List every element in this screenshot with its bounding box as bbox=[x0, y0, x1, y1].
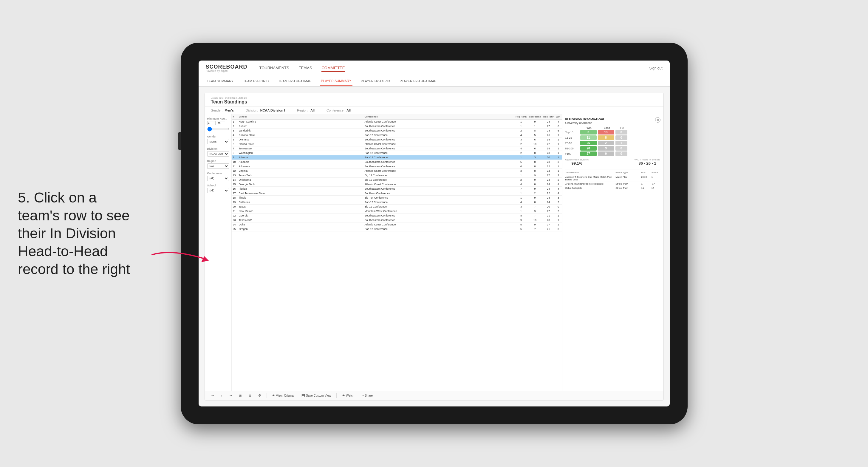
table-row[interactable]: 15 Georgia Tech Atlantic Coast Conferenc… bbox=[232, 182, 562, 187]
rank-cell: 21 bbox=[232, 209, 238, 214]
table-row[interactable]: 20 Texas Big 12 Conference 3 7 20 0 bbox=[232, 205, 562, 209]
col-rank: # bbox=[232, 114, 238, 120]
subnav-player-summary[interactable]: PLAYER SUMMARY bbox=[320, 76, 352, 86]
school-cell: Arizona bbox=[238, 155, 364, 160]
conf-cell: Big 12 Conference bbox=[364, 173, 515, 178]
table-row[interactable]: 10 Alabama Southeastern Conference 5 8 2… bbox=[232, 160, 562, 164]
conf-rank-cell: 3 bbox=[528, 155, 542, 160]
table-row[interactable]: 11 Arkansas Southeastern Conference 6 8 … bbox=[232, 164, 562, 169]
reg-rank-cell: 4 bbox=[514, 182, 528, 187]
rank-cell: 9 bbox=[232, 155, 238, 160]
min-rounds-input2[interactable] bbox=[217, 121, 225, 125]
table-row[interactable]: 23 Texas A&M Southeastern Conference 9 1… bbox=[232, 218, 562, 222]
table-row[interactable]: 13 Texas Tech Big 12 Conference 1 9 27 2 bbox=[232, 173, 562, 178]
subnav-team-summary[interactable]: TEAM SUMMARY bbox=[206, 77, 235, 85]
reg-rank-cell: 1 bbox=[514, 124, 528, 128]
school-cell: Florida bbox=[238, 187, 364, 191]
school-cell: Oklahoma bbox=[238, 178, 364, 182]
conf-rank-cell: 10 bbox=[528, 142, 542, 147]
table-row[interactable]: 4 Arizona State Pac-12 Conference 4 5 26… bbox=[232, 133, 562, 137]
table-row[interactable]: 12 Virginia Atlantic Coast Conference 3 … bbox=[232, 169, 562, 173]
school-select[interactable]: (All) bbox=[207, 188, 229, 193]
school-cell: Virginia bbox=[238, 169, 364, 173]
rds-cell: 24 bbox=[542, 187, 555, 191]
school-cell: Duke bbox=[238, 222, 364, 227]
col-conference: Conference bbox=[364, 114, 515, 120]
rds-cell: 30 bbox=[542, 155, 555, 160]
close-button[interactable]: ✕ bbox=[655, 117, 660, 123]
table-row[interactable]: 14 Oklahoma Big 12 Conference 2 9 24 2 bbox=[232, 178, 562, 182]
nav-committee[interactable]: COMMITTEE bbox=[321, 64, 345, 72]
region-select[interactable]: N/A bbox=[207, 163, 229, 169]
min-rounds-slider[interactable] bbox=[207, 127, 229, 131]
time-button[interactable]: ⏱ bbox=[256, 393, 263, 398]
share-button[interactable]: ↗ Share bbox=[360, 393, 374, 398]
table-row[interactable]: 18 Illinois Big Ten Conference 1 9 23 3 bbox=[232, 196, 562, 200]
nav-tournaments[interactable]: TOURNAMENTS bbox=[259, 64, 289, 72]
h2h-wl-header: Win Loss Tie bbox=[580, 126, 660, 129]
copy-button[interactable]: ⊞ bbox=[237, 393, 243, 398]
school-cell: Arkansas bbox=[238, 164, 364, 169]
right-panel: In Division Head-to-Head University of A… bbox=[562, 114, 663, 391]
subnav-player-h2h-heatmap[interactable]: PLAYER H2H HEATMAP bbox=[398, 77, 437, 85]
nav-teams[interactable]: TEAMS bbox=[299, 64, 312, 72]
win-cell: 3 bbox=[555, 196, 562, 200]
reg-rank-cell: 4 bbox=[514, 147, 528, 151]
redo-button[interactable]: ↪ bbox=[228, 393, 234, 398]
rds-cell: 22 bbox=[542, 164, 555, 169]
paste-button[interactable]: ⊟ bbox=[247, 393, 253, 398]
tournament-row: Jackson T. Stephens Cup Men's Match-Play… bbox=[565, 175, 660, 182]
save-custom-button[interactable]: 💾 Save Custom View bbox=[300, 393, 333, 398]
table-row[interactable]: 24 Duke Atlantic Coast Conference 5 9 27… bbox=[232, 222, 562, 227]
conf-cell: Southeastern Conference bbox=[364, 128, 515, 133]
table-row[interactable]: 5 Ole Miss Southeastern Conference 3 6 1… bbox=[232, 137, 562, 142]
h2h-tie-cell: 0 bbox=[615, 152, 627, 156]
conf-rank-cell: 7 bbox=[528, 227, 542, 231]
subnav-team-h2h-grid[interactable]: TEAM H2H GRID bbox=[242, 77, 270, 85]
subnav-team-h2h-heatmap[interactable]: TEAM H2H HEATMAP bbox=[277, 77, 312, 85]
table-row[interactable]: 9 Arizona Pac-12 Conference 1 3 30 1 bbox=[232, 155, 562, 160]
rank-cell: 5 bbox=[232, 137, 238, 142]
h2h-win-cell: 3 bbox=[580, 130, 597, 134]
undo-button[interactable]: ↩ bbox=[210, 393, 216, 398]
view-original-button[interactable]: 👁 View: Original bbox=[271, 393, 297, 398]
table-row[interactable]: 25 Oregon Pac-12 Conference 5 7 21 0 bbox=[232, 227, 562, 231]
sign-out[interactable]: Sign out bbox=[649, 66, 662, 70]
win-cell: 2 bbox=[555, 173, 562, 178]
gender-select[interactable]: Men's bbox=[207, 139, 229, 144]
table-row[interactable]: 1 North Carolina Atlantic Coast Conferen… bbox=[232, 120, 562, 124]
conf-cell: Pac-12 Conference bbox=[364, 133, 515, 137]
table-row[interactable]: 21 New Mexico Mountain West Conference 1… bbox=[232, 209, 562, 214]
table-row[interactable]: 7 Tennessee Southeastern Conference 4 6 … bbox=[232, 147, 562, 151]
school-cell: Florida State bbox=[238, 142, 364, 147]
opponents-value: 99.1% bbox=[565, 161, 589, 165]
table-row[interactable]: 8 Washington Pac-12 Conference 2 8 23 1 bbox=[232, 151, 562, 155]
division-sidebar-label: Division bbox=[207, 147, 229, 150]
loss-col-header: Loss bbox=[598, 126, 616, 129]
min-rounds-input1[interactable] bbox=[207, 121, 216, 125]
tour-score: 1 bbox=[652, 176, 660, 178]
division-select[interactable]: NCAA Division I bbox=[207, 151, 229, 157]
redo-up-button[interactable]: ↑ bbox=[219, 393, 224, 398]
subnav-player-h2h-grid[interactable]: PLAYER H2H GRID bbox=[360, 77, 391, 85]
rds-cell: 24 bbox=[542, 182, 555, 187]
table-row[interactable]: 3 Vanderbilt Southeastern Conference 2 8… bbox=[232, 128, 562, 133]
watch-icon: 👁 bbox=[342, 394, 345, 397]
school-cell: Tennessee bbox=[238, 147, 364, 151]
table-row[interactable]: 19 California Pac-12 Conference 4 8 24 2 bbox=[232, 200, 562, 205]
table-row[interactable]: 17 East Tennessee State Southern Confere… bbox=[232, 191, 562, 196]
h2h-range-label: 51-100 bbox=[565, 147, 580, 150]
gender-sidebar-label: Gender bbox=[207, 135, 229, 138]
table-row[interactable]: 2 Auburn Southeastern Conference 1 1 27 … bbox=[232, 124, 562, 128]
table-row[interactable]: 22 Georgia Southeastern Conference 8 7 2… bbox=[232, 214, 562, 218]
school-cell: Washington bbox=[238, 151, 364, 155]
table-row[interactable]: 16 Florida Southeastern Conference 7 9 2… bbox=[232, 187, 562, 191]
tour-pos-header: Pos bbox=[641, 171, 650, 174]
instruction-body: Click on a team's row to see their In Di… bbox=[18, 190, 130, 277]
rank-cell: 20 bbox=[232, 205, 238, 209]
watch-button[interactable]: 👁 Watch bbox=[340, 393, 356, 398]
h2h-stats: Opponents in division: 99.1% W-L-T recor… bbox=[565, 157, 660, 167]
conference-select[interactable]: (All) bbox=[207, 176, 229, 181]
table-row[interactable]: 6 Florida State Atlantic Coast Conferenc… bbox=[232, 142, 562, 147]
rds-cell: 26 bbox=[542, 133, 555, 137]
